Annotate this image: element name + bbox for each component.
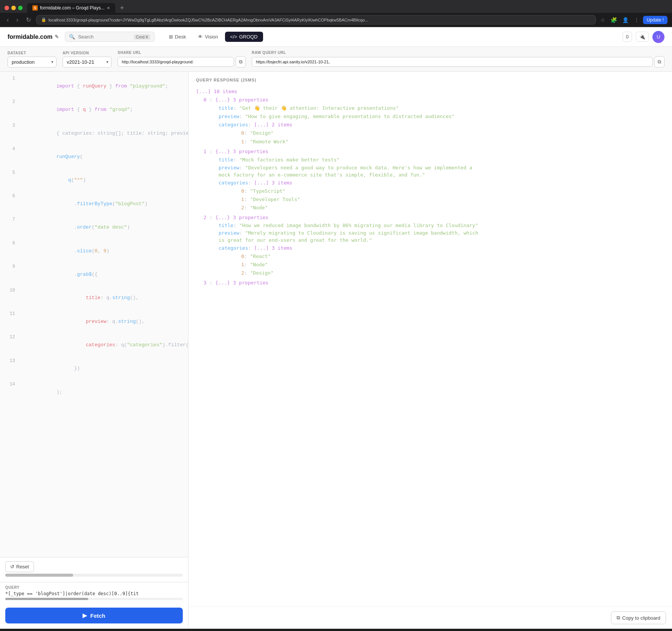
edit-icon[interactable]: ✎	[55, 34, 59, 40]
minimize-window-btn[interactable]	[11, 6, 16, 10]
tab-favicon: S	[32, 5, 38, 11]
raw-query-url-input[interactable]	[252, 57, 653, 67]
nav-label-groqd: GROQD	[239, 34, 257, 40]
profile-icon[interactable]: 👤	[621, 15, 630, 25]
play-icon: ▶	[83, 612, 87, 619]
dataset-group: DATASET production ▾	[8, 51, 57, 68]
close-window-btn[interactable]	[5, 6, 9, 10]
scrollbar-thumb[interactable]	[5, 574, 73, 577]
reset-icon: ↺	[10, 564, 14, 570]
code-line-13: 13 })	[0, 357, 188, 381]
horizontal-scrollbar[interactable]	[5, 574, 183, 577]
forward-button[interactable]: ›	[14, 15, 20, 25]
share-url-field-row: ⧉	[118, 56, 246, 68]
traffic-lights	[5, 6, 23, 10]
code-line-5: 5 q("*")	[0, 169, 188, 192]
response-panel: QUERY RESPONSE (25MS) [...] 10 items 0 :…	[188, 72, 672, 606]
query-scrollbar[interactable]	[5, 598, 183, 600]
search-box[interactable]: 🔍 Cmd K	[65, 32, 155, 42]
cat-0-1: 1: "Remote Work"	[241, 138, 664, 146]
nav-item-desk[interactable]: ⊞ Desk	[164, 32, 191, 42]
code-line-8: 8 .slice(0, 9)	[0, 240, 188, 263]
code-line-1: 1 import { runQuery } from "playground";	[0, 75, 188, 98]
cat-1-0: 0: "TypeScript"	[241, 187, 664, 195]
cat-2-1: 1: "Node"	[241, 261, 664, 269]
share-url-group: SHARE URL ⧉	[118, 51, 246, 68]
field-preview-0: preview: "How to give engaging, memorabl…	[219, 112, 664, 121]
tab-title: formidable.com – Groqd Plays...	[40, 5, 104, 11]
dataset-select[interactable]: production	[8, 57, 57, 68]
field-categories-2: categories: [...] 3 items 0: "React" 1: …	[219, 244, 664, 277]
code-line-3: 3 { categories: string[]; title: string;…	[0, 122, 188, 145]
response-panel-wrap: QUERY RESPONSE (25MS) [...] 10 items 0 :…	[188, 72, 672, 629]
share-url-label: SHARE URL	[118, 51, 246, 55]
share-url-input[interactable]	[118, 57, 234, 67]
field-preview-1: preview: "Developers need a good way to …	[219, 164, 482, 179]
new-tab-button[interactable]: +	[117, 4, 127, 12]
response-footer: ⧉ Copy to clipboard	[188, 606, 672, 629]
extensions-icon[interactable]: 🧩	[609, 15, 618, 25]
address-bar[interactable]: 🔒 localhost:3333/groqd-playground?code=J…	[36, 15, 596, 25]
nav-label-desk: Desk	[175, 34, 186, 40]
nav-item-vision[interactable]: 👁 Vision	[193, 32, 223, 42]
field-title-2: title: "How we reduced image bandwidth b…	[219, 222, 482, 229]
update-button[interactable]: Update !	[643, 16, 667, 24]
menu-icon[interactable]: ⋮	[632, 15, 641, 25]
response-item-3: 3 : {...} 3 properties	[204, 279, 664, 287]
item-0-header: 0 : {...} 3 properties	[204, 96, 664, 104]
item-2-header: 2 : {...} 3 properties	[204, 213, 664, 222]
back-button[interactable]: ‹	[5, 15, 11, 25]
toolbar: DATASET production ▾ API VERSION v2021-1…	[0, 47, 672, 72]
query-scrollbar-thumb[interactable]	[5, 598, 88, 600]
raw-url-field-row: ⧉	[252, 56, 664, 68]
response-item-0: 0 : {...} 3 properties title: "Get 👋 the…	[204, 96, 664, 146]
code-editor[interactable]: 1 import { runQuery } from "playground";…	[0, 72, 188, 557]
logo-text: formidable.com	[8, 34, 52, 40]
plugins-button[interactable]: 🔌	[636, 32, 649, 42]
api-version-select[interactable]: v2021-10-21	[63, 57, 112, 68]
code-line-7: 7 .order("date desc")	[0, 216, 188, 239]
response-item-2: 2 : {...} 3 properties title: "How we re…	[204, 213, 664, 277]
fetch-button-container: ▶ Fetch	[0, 605, 188, 629]
copy-to-clipboard-button[interactable]: ⧉ Copy to clipboard	[611, 611, 666, 624]
reset-button[interactable]: ↺ Reset	[5, 561, 34, 572]
address-text: localhost:3333/groqd-playground?code=JYW…	[49, 18, 368, 22]
code-line-4: 4 runQuery(	[0, 145, 188, 169]
cat-1-1: 1: "Developer Tools"	[241, 195, 664, 204]
item-2-fields: title: "How we reduced image bandwidth b…	[219, 222, 664, 277]
code-line-10: 10 title: q.string(),	[0, 287, 188, 310]
top-summary-text: [...] 10 items	[196, 89, 237, 94]
active-tab[interactable]: S formidable.com – Groqd Plays... ✕	[27, 3, 115, 13]
lock-icon: 🔒	[41, 17, 46, 22]
api-version-group: API VERSION v2021-10-21 ▾	[63, 51, 112, 68]
share-url-copy-button[interactable]: ⧉	[236, 56, 246, 68]
query-text: *[_type == 'blogPost']|order(date desc)[…	[5, 591, 183, 596]
field-preview-2: preview: "Merely migrating to Cloudinary…	[219, 229, 482, 244]
notification-button[interactable]: 0	[623, 32, 632, 42]
browser-actions: ☆ 🧩 👤 ⋮ Update !	[599, 15, 667, 25]
cat-2-0: 0: "React"	[241, 252, 664, 261]
response-top-summary: [...] 10 items	[196, 88, 664, 96]
code-line-14: 14 );	[0, 381, 188, 404]
reload-button[interactable]: ↻	[24, 15, 33, 25]
categories-0-items: 0: "Design" 1: "Remote Work"	[241, 129, 664, 146]
search-shortcut: Cmd K	[134, 34, 150, 40]
avatar[interactable]: U	[652, 31, 664, 43]
tab-close-icon[interactable]: ✕	[107, 6, 110, 11]
fullscreen-window-btn[interactable]	[18, 6, 23, 10]
app-logo: formidable.com ✎	[8, 34, 59, 40]
header-right: 0 🔌 U	[623, 31, 664, 43]
raw-url-copy-button[interactable]: ⧉	[654, 56, 664, 68]
raw-query-url-label: RAW QUERY URL	[252, 51, 664, 55]
nav-item-groqd[interactable]: </> GROQD	[225, 32, 263, 42]
bookmark-icon[interactable]: ☆	[599, 15, 607, 25]
notification-count: 0	[626, 34, 629, 40]
clipboard-label: Copy to clipboard	[622, 615, 660, 621]
item-1-fields: title: "Mock factories make better tests…	[219, 156, 664, 212]
response-item-1: 1 : {...} 3 properties title: "Mock fact…	[204, 147, 664, 212]
app-container: formidable.com ✎ 🔍 Cmd K ⊞ Desk 👁 Vision…	[0, 27, 672, 629]
cat-0-0: 0: "Design"	[241, 129, 664, 137]
fetch-button[interactable]: ▶ Fetch	[5, 608, 183, 623]
cat-2-2: 2: "Design"	[241, 269, 664, 277]
search-input[interactable]	[78, 34, 131, 40]
